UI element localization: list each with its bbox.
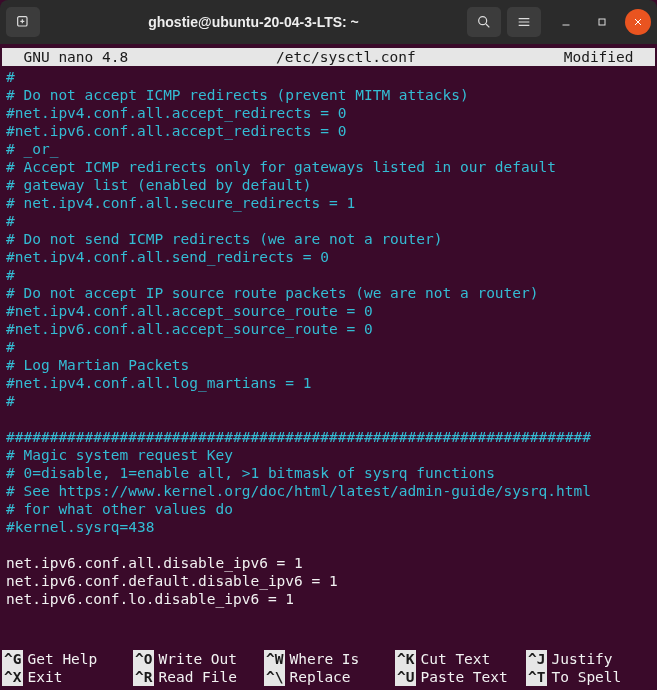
editor-line: # Do not accept IP source route packets … <box>6 284 651 302</box>
svg-point-3 <box>479 17 487 25</box>
new-tab-icon <box>15 14 31 30</box>
editor-line: # <box>6 392 651 410</box>
menu-button[interactable] <box>507 7 541 37</box>
shortcut-label: Exit <box>27 668 62 686</box>
editor-line: # Log Martian Packets <box>6 356 651 374</box>
nano-shortcut-bar: ^GGet Help^OWrite Out^WWhere Is^KCut Tex… <box>2 650 655 686</box>
editor-line: net.ipv6.conf.all.disable_ipv6 = 1 <box>6 554 651 572</box>
shortcut-key: ^T <box>526 668 547 686</box>
shortcut-exit[interactable]: ^XExit <box>2 668 131 686</box>
editor-line: # <box>6 212 651 230</box>
terminal-area[interactable]: GNU nano 4.8 /etc/sysctl.conf Modified #… <box>0 44 657 690</box>
editor-line <box>6 536 651 554</box>
editor-line: net.ipv6.conf.default.disable_ipv6 = 1 <box>6 572 651 590</box>
shortcut-label: Cut Text <box>420 650 490 668</box>
maximize-icon <box>596 16 608 28</box>
editor-line: #net.ipv4.conf.all.accept_source_route =… <box>6 302 651 320</box>
nano-file-path: /etc/sysctl.conf <box>132 48 559 66</box>
shortcut-label: Paste Text <box>420 668 507 686</box>
editor-line <box>6 410 651 428</box>
shortcut-replace[interactable]: ^\Replace <box>264 668 393 686</box>
editor-line: #net.ipv6.conf.all.accept_redirects = 0 <box>6 122 651 140</box>
editor-content[interactable]: ## Do not accept ICMP redirects (prevent… <box>2 66 655 610</box>
shortcut-key: ^K <box>395 650 416 668</box>
shortcut-key: ^\ <box>264 668 285 686</box>
nano-modified-label: Modified <box>560 48 655 66</box>
editor-line: # <box>6 68 651 86</box>
shortcut-key: ^X <box>2 668 23 686</box>
shortcut-key: ^O <box>133 650 154 668</box>
search-button[interactable] <box>467 7 501 37</box>
editor-line: # for what other values do <box>6 500 651 518</box>
new-tab-button[interactable] <box>6 7 40 37</box>
maximize-button[interactable] <box>589 9 615 35</box>
shortcut-key: ^U <box>395 668 416 686</box>
editor-line: # Accept ICMP redirects only for gateway… <box>6 158 651 176</box>
close-icon <box>632 16 644 28</box>
editor-line: # See https://www.kernel.org/doc/html/la… <box>6 482 651 500</box>
editor-line: # Magic system request Key <box>6 446 651 464</box>
nano-statusbar: GNU nano 4.8 /etc/sysctl.conf Modified <box>2 48 655 66</box>
shortcut-key: ^G <box>2 650 23 668</box>
close-button[interactable] <box>625 9 651 35</box>
editor-line: # <box>6 338 651 356</box>
shortcut-label: Justify <box>551 650 612 668</box>
shortcut-key: ^R <box>133 668 154 686</box>
editor-line: # 0=disable, 1=enable all, >1 bitmask of… <box>6 464 651 482</box>
shortcut-cut-text[interactable]: ^KCut Text <box>395 650 524 668</box>
nano-app-label: GNU nano 4.8 <box>2 48 132 66</box>
minimize-button[interactable] <box>553 9 579 35</box>
shortcut-to-spell[interactable]: ^TTo Spell <box>526 668 655 686</box>
shortcut-label: Write Out <box>158 650 237 668</box>
shortcut-label: Get Help <box>27 650 97 668</box>
shortcut-read-file[interactable]: ^RRead File <box>133 668 262 686</box>
shortcut-get-help[interactable]: ^GGet Help <box>2 650 131 668</box>
shortcut-label: To Spell <box>551 668 621 686</box>
shortcut-label: Replace <box>289 668 350 686</box>
editor-line: # net.ipv4.conf.all.secure_redirects = 1 <box>6 194 651 212</box>
editor-line: #net.ipv6.conf.all.accept_source_route =… <box>6 320 651 338</box>
editor-line: #net.ipv4.conf.all.log_martians = 1 <box>6 374 651 392</box>
svg-rect-9 <box>599 19 605 25</box>
window-controls <box>553 9 651 35</box>
editor-line: #net.ipv4.conf.all.send_redirects = 0 <box>6 248 651 266</box>
shortcut-label: Read File <box>158 668 237 686</box>
svg-line-4 <box>486 24 489 27</box>
shortcut-write-out[interactable]: ^OWrite Out <box>133 650 262 668</box>
window-title: ghostie@ubuntu-20-04-3-LTS: ~ <box>46 14 461 30</box>
shortcut-paste-text[interactable]: ^UPaste Text <box>395 668 524 686</box>
editor-line: # Do not accept ICMP redirects (prevent … <box>6 86 651 104</box>
shortcut-where-is[interactable]: ^WWhere Is <box>264 650 393 668</box>
shortcut-justify[interactable]: ^JJustify <box>526 650 655 668</box>
minimize-icon <box>560 16 572 28</box>
editor-line: #kernel.sysrq=438 <box>6 518 651 536</box>
editor-line: ########################################… <box>6 428 651 446</box>
search-icon <box>476 14 492 30</box>
editor-line: # _or_ <box>6 140 651 158</box>
titlebar: ghostie@ubuntu-20-04-3-LTS: ~ <box>0 0 657 44</box>
hamburger-icon <box>516 14 532 30</box>
editor-line: #net.ipv4.conf.all.accept_redirects = 0 <box>6 104 651 122</box>
editor-line: # <box>6 266 651 284</box>
editor-line: net.ipv6.conf.lo.disable_ipv6 = 1 <box>6 590 651 608</box>
shortcut-label: Where Is <box>289 650 359 668</box>
shortcut-key: ^W <box>264 650 285 668</box>
editor-line: # gateway list (enabled by default) <box>6 176 651 194</box>
editor-line: # Do not send ICMP redirects (we are not… <box>6 230 651 248</box>
shortcut-key: ^J <box>526 650 547 668</box>
